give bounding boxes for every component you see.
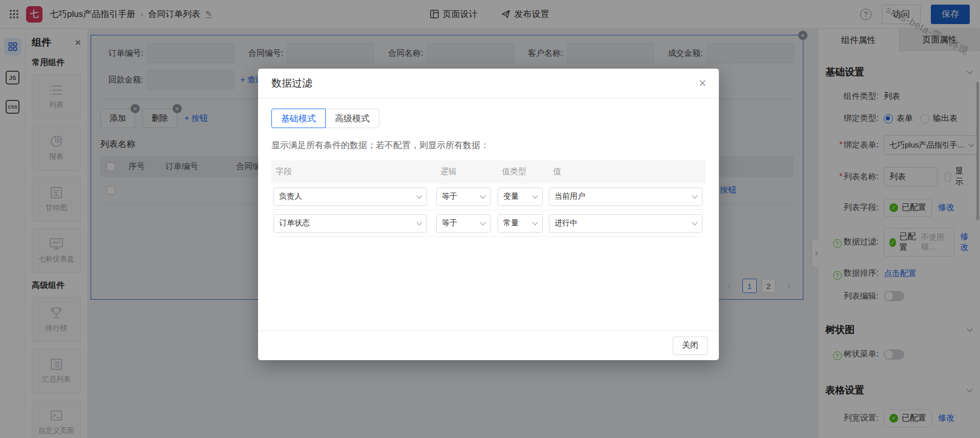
field-select[interactable]: 订单状态 (273, 214, 427, 233)
filter-description: 显示满足所有条件的数据；若不配置，则显示所有数据： (271, 139, 706, 151)
filter-col-value: 值 (549, 166, 706, 177)
chevron-down-icon (532, 193, 538, 198)
chevron-down-icon (692, 193, 697, 198)
filter-row: 负责人 等于 变量 当前用户 (271, 183, 706, 210)
field-select[interactable]: 负责人 (273, 187, 427, 206)
filter-row: 订单状态 等于 常量 进行中 (271, 210, 706, 237)
filter-col-value-type: 值类型 (498, 166, 549, 177)
filter-col-logic: 逻辑 (436, 166, 498, 177)
chevron-down-icon (692, 219, 697, 225)
chevron-down-icon (480, 193, 485, 198)
tab-basic-mode[interactable]: 基础模式 (271, 109, 326, 128)
modal-close-button[interactable]: 关闭 (673, 337, 708, 355)
filter-col-field: 字段 (271, 166, 436, 177)
chevron-down-icon (480, 219, 485, 225)
chevron-down-icon (416, 219, 422, 225)
tab-advanced-mode[interactable]: 高级模式 (325, 109, 379, 128)
value-select[interactable]: 当前用户 (549, 187, 702, 206)
modal-close-icon[interactable]: ✕ (698, 77, 707, 89)
value-type-select[interactable]: 常量 (498, 214, 543, 233)
modal-title: 数据过滤 (271, 76, 312, 90)
filter-table: 字段 逻辑 值类型 值 负责人 等于 变量 当前用户 订单状态 等于 常量 进行… (271, 160, 706, 237)
mode-tabs: 基础模式 高级模式 (271, 109, 706, 128)
data-filter-modal: 数据过滤 ✕ 基础模式 高级模式 显示满足所有条件的数据；若不配置，则显示所有数… (258, 69, 719, 360)
value-select[interactable]: 进行中 (549, 214, 702, 233)
value-type-select[interactable]: 变量 (498, 187, 543, 206)
logic-select[interactable]: 等于 (436, 187, 491, 206)
chevron-down-icon (416, 193, 422, 198)
chevron-down-icon (532, 219, 538, 225)
logic-select[interactable]: 等于 (436, 214, 491, 233)
